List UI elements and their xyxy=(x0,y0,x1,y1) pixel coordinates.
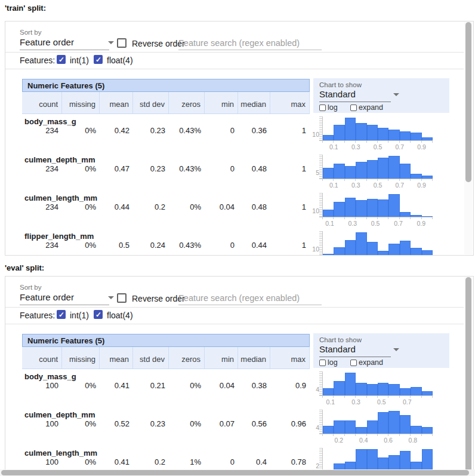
histogram-bar[interactable] xyxy=(334,247,344,255)
reverse-order-checkbox[interactable] xyxy=(117,38,127,48)
histogram-bar[interactable] xyxy=(367,199,378,217)
stat-value: 0.24 xyxy=(133,241,169,250)
histogram-bar[interactable] xyxy=(367,125,378,140)
horizontal-scrollbar-track[interactable] xyxy=(0,469,475,476)
table-row: body_mass_g1000%0.410.210%0.040.380.9 xyxy=(22,370,310,409)
histogram-bar[interactable] xyxy=(367,160,378,179)
histogram-bar[interactable] xyxy=(400,241,411,255)
histogram-bar[interactable] xyxy=(422,391,433,395)
feature-type-checkbox-int[interactable]: ✓ xyxy=(57,310,66,319)
x-axis-tick-label: 0.7 xyxy=(403,398,412,406)
feature-type-checkbox-int[interactable]: ✓ xyxy=(57,55,66,64)
column-header: std dev xyxy=(133,92,169,113)
histogram-bar[interactable] xyxy=(367,242,378,255)
histogram-bar[interactable] xyxy=(400,212,411,217)
table-rows: body_mass_g2340%0.420.230.43%00.361culme… xyxy=(22,115,310,256)
histogram-bar[interactable] xyxy=(356,232,366,255)
histogram-bar[interactable] xyxy=(378,128,388,140)
histogram-bar[interactable] xyxy=(411,426,421,434)
histogram-bar[interactable] xyxy=(411,133,421,140)
histogram-bar[interactable] xyxy=(356,123,366,140)
histogram-bar[interactable] xyxy=(334,420,344,434)
histogram-bar[interactable] xyxy=(345,240,356,255)
histogram-bar[interactable] xyxy=(400,164,411,179)
log-checkbox[interactable] xyxy=(319,105,326,111)
feature-search-input[interactable] xyxy=(178,36,322,50)
histogram-bar[interactable] xyxy=(388,244,399,255)
histogram-flipper_length_mm: 10 xyxy=(304,230,449,256)
expand-checkbox[interactable] xyxy=(350,360,357,366)
histogram-bar[interactable] xyxy=(345,166,356,179)
histogram-bar[interactable] xyxy=(356,427,366,434)
x-axis-tick-label: 0.5 xyxy=(377,398,386,406)
log-checkbox[interactable] xyxy=(319,360,326,366)
histogram-bar[interactable] xyxy=(367,449,378,472)
histogram-bar[interactable] xyxy=(334,125,344,140)
stat-value: 0.43% xyxy=(169,241,205,250)
histogram-bar[interactable] xyxy=(378,199,388,217)
histogram-bar[interactable] xyxy=(400,415,411,434)
histogram-bar[interactable] xyxy=(378,251,388,255)
numeric-features-table: Numeric Features (5) countmissingmeanstd… xyxy=(22,334,310,369)
histogram-bar[interactable] xyxy=(378,158,388,179)
vertical-scrollbar-track[interactable] xyxy=(464,277,473,476)
reverse-order-checkbox[interactable] xyxy=(117,293,127,303)
histogram-bar[interactable] xyxy=(388,130,399,140)
histogram-bar[interactable] xyxy=(323,135,334,140)
histogram-bar[interactable] xyxy=(422,449,433,472)
histogram-bar[interactable] xyxy=(323,426,334,434)
histogram-bar[interactable] xyxy=(334,381,344,395)
expand-label: expand xyxy=(359,103,383,112)
reverse-order-label: Reverse order xyxy=(132,39,185,48)
histogram-bar[interactable] xyxy=(378,383,388,395)
histogram-bar[interactable] xyxy=(422,427,433,434)
vertical-scrollbar-track[interactable] xyxy=(464,22,473,254)
histogram-bar[interactable] xyxy=(422,250,433,255)
histogram-bar[interactable] xyxy=(334,164,344,179)
histogram-bar[interactable] xyxy=(388,411,399,434)
histogram-bar[interactable] xyxy=(367,384,378,395)
x-axis-tick-label: 0.9 xyxy=(417,143,426,151)
chart-to-show-select[interactable]: Standard xyxy=(319,344,391,358)
vertical-scrollbar[interactable] xyxy=(465,22,471,182)
histogram-bar[interactable] xyxy=(345,198,356,217)
chevron-down-icon xyxy=(108,41,114,44)
histogram-bar[interactable] xyxy=(388,384,399,395)
histogram-bar[interactable] xyxy=(345,420,356,434)
stat-value: 0% xyxy=(62,241,100,250)
feature-type-checkbox-float[interactable]: ✓ xyxy=(94,310,103,319)
histogram-bar[interactable] xyxy=(323,388,334,395)
histogram-bar[interactable] xyxy=(367,420,378,434)
histogram-bar[interactable] xyxy=(400,131,411,140)
histogram-bar[interactable] xyxy=(356,162,366,179)
histogram-bar[interactable] xyxy=(345,118,356,140)
sort-by-select[interactable]: Feature order xyxy=(20,37,109,51)
vertical-scrollbar[interactable] xyxy=(465,277,471,474)
check-icon: ✓ xyxy=(95,311,101,319)
horizontal-scrollbar[interactable] xyxy=(1,470,469,475)
histogram-bar[interactable] xyxy=(323,210,334,217)
expand-checkbox[interactable] xyxy=(350,105,357,111)
histogram-bar[interactable] xyxy=(388,156,399,179)
x-axis-tick-label: 0.6 xyxy=(384,437,393,444)
stat-value: 0.23 xyxy=(133,164,169,173)
histogram-bar[interactable] xyxy=(334,202,344,217)
chart-to-show-select[interactable]: Standard xyxy=(319,89,391,103)
sort-by-select[interactable]: Feature order xyxy=(20,292,109,306)
histogram-bar[interactable] xyxy=(400,451,411,472)
histogram-bar[interactable] xyxy=(356,449,366,472)
histogram-bar[interactable] xyxy=(345,373,356,395)
histogram-bar[interactable] xyxy=(323,168,334,179)
histogram-bar[interactable] xyxy=(388,194,399,217)
stat-value: 0.4 xyxy=(238,457,270,466)
histogram-bar[interactable] xyxy=(411,248,421,255)
stat-value: 234 xyxy=(22,126,62,135)
feature-search-input[interactable] xyxy=(178,291,322,305)
histogram-bar[interactable] xyxy=(411,174,421,179)
feature-type-checkbox-float[interactable]: ✓ xyxy=(94,55,103,64)
histogram-bar[interactable] xyxy=(356,383,366,395)
histogram-bar[interactable] xyxy=(356,200,366,217)
histogram-bar[interactable] xyxy=(400,388,411,395)
histogram-bar[interactable] xyxy=(411,387,421,395)
histogram-bar[interactable] xyxy=(378,412,388,434)
